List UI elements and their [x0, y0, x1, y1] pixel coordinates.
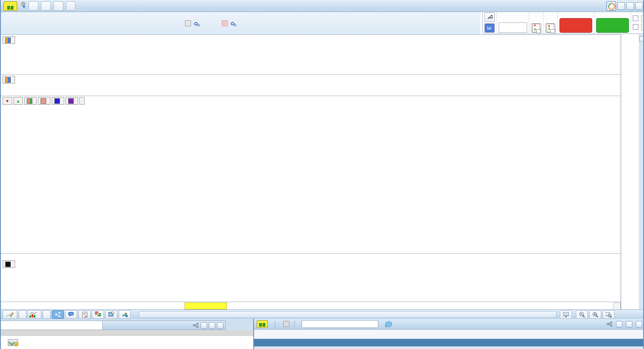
s-value[interactable]	[641, 24, 644, 31]
filter-orders-input[interactable]	[302, 320, 378, 328]
keyboard-icon[interactable]	[484, 23, 495, 33]
market-depth-button[interactable]	[92, 310, 104, 319]
mini-timeline[interactable]	[1, 321, 103, 330]
chart-legend: ▼ ▲	[3, 97, 85, 105]
timeframe-selector[interactable]	[41, 1, 51, 11]
symbol-selector[interactable]	[28, 1, 38, 11]
info-button[interactable]	[66, 1, 75, 11]
sell-marker-toggle[interactable]: ▼	[3, 97, 12, 105]
buy-marker-toggle[interactable]: ▲	[13, 97, 23, 105]
window-controls	[606, 1, 643, 11]
top-toolbar: ▼	[1, 0, 644, 12]
sell-button[interactable]	[559, 18, 592, 33]
legend-bollinger[interactable]	[66, 97, 78, 105]
maximize-button[interactable]	[626, 2, 634, 10]
stop-checkbox[interactable]	[633, 24, 638, 30]
positions-panel	[1, 74, 621, 96]
main-chart-panel	[1, 96, 621, 254]
chat-bubble-icon[interactable]	[385, 321, 392, 327]
order-table-header	[254, 339, 644, 346]
chart-scrollbar[interactable]	[139, 311, 556, 318]
minimize-button[interactable]	[616, 321, 622, 327]
positions-swatch-icon	[5, 77, 11, 83]
order-settings-icon[interactable]	[484, 12, 495, 22]
buy-button[interactable]	[596, 18, 629, 33]
indicator-panel	[1, 253, 621, 302]
equity-curve-panel	[1, 34, 621, 75]
qty-input[interactable]	[499, 22, 527, 33]
legend-other[interactable]	[79, 97, 85, 105]
date-crosshair-tooltip	[185, 302, 227, 309]
chart-toolbar	[1, 309, 644, 319]
gear-icon[interactable]	[230, 22, 237, 27]
order-ticket: ▼▲ ▲▼	[482, 11, 644, 34]
minimize-button[interactable]	[617, 2, 625, 10]
date-axis[interactable]	[1, 302, 621, 310]
orders-icon[interactable]	[185, 20, 191, 26]
price-axis[interactable]	[621, 34, 639, 309]
legend-price[interactable]	[24, 97, 37, 105]
close-button[interactable]	[636, 321, 642, 327]
pin-icon[interactable]: ▼	[20, 2, 26, 10]
zoom-in-button[interactable]	[589, 310, 601, 319]
order-tabs	[254, 330, 644, 339]
demo-badge	[257, 320, 268, 328]
maximize-button[interactable]	[209, 322, 215, 329]
account-flag-icon[interactable]	[8, 339, 18, 346]
legend-sma20[interactable]	[38, 97, 50, 105]
order-table-empty	[254, 346, 644, 349]
clear-pending-icon[interactable]	[283, 321, 289, 327]
account-bar	[1, 12, 481, 34]
l-value[interactable]	[641, 15, 644, 22]
orders-status	[184, 20, 201, 27]
maximize-button[interactable]	[626, 321, 632, 327]
indicator-title[interactable]	[3, 260, 15, 268]
range-selector[interactable]	[53, 1, 63, 11]
sync-icon[interactable]	[606, 1, 616, 11]
right-edge-strip	[638, 34, 644, 309]
share-icon[interactable]	[606, 321, 613, 327]
bottom-section	[1, 319, 644, 349]
position-icon[interactable]	[222, 20, 228, 26]
indicators-caret[interactable]	[43, 310, 50, 319]
order-list-header	[254, 319, 644, 330]
close-button[interactable]	[217, 322, 223, 329]
panel-icon[interactable]	[639, 36, 644, 41]
indicators-icon	[29, 312, 37, 318]
indicators-button[interactable]	[28, 310, 41, 319]
order-list-panel	[253, 319, 644, 349]
limit-checkbox[interactable]	[633, 16, 638, 21]
mini-chart-titlebar	[102, 321, 226, 330]
news-button[interactable]	[79, 310, 91, 319]
positions-panel-title[interactable]	[3, 76, 15, 84]
share-icon[interactable]	[193, 323, 199, 328]
share-button[interactable]	[52, 310, 64, 319]
chart-settings-button[interactable]	[119, 310, 131, 319]
axis-more-button[interactable]	[613, 302, 621, 310]
gear-icon[interactable]	[194, 22, 201, 27]
position-status	[220, 20, 237, 27]
zoom-selection-button[interactable]	[603, 310, 615, 319]
equity-swatch-icon	[5, 37, 11, 43]
snapshot-button[interactable]	[105, 310, 117, 319]
limit-order-icon[interactable]: ▼▲	[531, 23, 541, 33]
close-button[interactable]	[635, 2, 643, 10]
indicator-swatch-icon	[5, 262, 11, 267]
chat-button[interactable]	[65, 310, 77, 319]
equity-panel-title[interactable]	[3, 36, 15, 44]
trading-app-window: ▼	[0, 0, 644, 349]
zoom-out-button[interactable]	[576, 310, 588, 319]
draw-tool-button[interactable]	[3, 310, 17, 319]
screenshot-button[interactable]	[560, 310, 572, 319]
stop-order-icon[interactable]: ▲▼	[545, 23, 556, 33]
legend-sma50[interactable]	[52, 97, 64, 105]
account-strip	[1, 336, 253, 349]
minimize-button[interactable]	[201, 322, 207, 329]
disclaimer-text	[1, 330, 253, 336]
draw-tool-caret[interactable]	[19, 310, 26, 319]
demo-badge	[3, 1, 17, 11]
